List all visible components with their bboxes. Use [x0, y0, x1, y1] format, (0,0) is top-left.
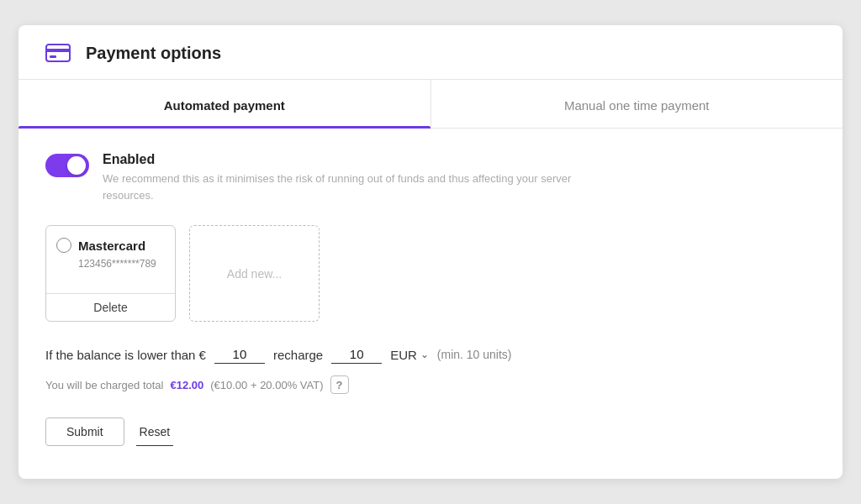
toggle-thumb [67, 156, 86, 175]
tab-manual[interactable]: Manual one time payment [431, 80, 843, 128]
enabled-toggle[interactable] [45, 154, 89, 177]
question-button[interactable]: ? [330, 375, 349, 394]
balance-threshold-input[interactable] [214, 345, 265, 364]
payment-cards-container: Mastercard 123456*******789 Delete Add n… [45, 225, 816, 322]
charge-amount: €12.00 [170, 379, 203, 391]
card-header: Payment options [18, 25, 843, 80]
add-new-label: Add new... [227, 267, 282, 281]
svg-rect-1 [46, 49, 70, 52]
svg-rect-0 [46, 45, 70, 61]
charge-suffix: (€10.00 + 20.00% VAT) [210, 379, 323, 391]
payment-options-card: Payment options Automated payment Manual… [18, 25, 843, 479]
recharge-label: recharge [273, 348, 323, 362]
mastercard-card[interactable]: Mastercard 123456*******789 Delete [45, 225, 176, 322]
toggle-description: We recommend this as it minimises the ri… [103, 171, 607, 203]
card-number: 123456*******789 [56, 258, 165, 270]
card-name-row: Mastercard [56, 238, 165, 253]
page-title: Payment options [86, 44, 221, 63]
balance-row: If the balance is lower than € recharge … [45, 345, 816, 364]
tabs-container: Automated payment Manual one time paymen… [18, 80, 843, 129]
charge-prefix: You will be charged total [45, 379, 163, 391]
toggle-label: Enabled We recommend this as it minimise… [103, 152, 607, 203]
card-radio[interactable] [56, 238, 71, 253]
toggle-track [45, 154, 89, 177]
add-card-button[interactable]: Add new... [189, 225, 320, 322]
payment-options-icon [42, 40, 74, 66]
tab-automated[interactable]: Automated payment [18, 80, 430, 128]
submit-button[interactable]: Submit [45, 417, 124, 446]
reset-button[interactable]: Reset [136, 417, 174, 446]
charge-info-row: You will be charged total €12.00 (€10.00… [45, 375, 816, 394]
action-buttons: Submit Reset [45, 417, 816, 446]
svg-rect-2 [50, 55, 56, 58]
balance-prefix: If the balance is lower than € [45, 348, 206, 362]
card-top: Mastercard 123456*******789 [46, 226, 175, 293]
toggle-label-text: Enabled [103, 152, 607, 167]
card-name: Mastercard [78, 239, 145, 253]
chevron-down-icon: ⌄ [420, 349, 429, 360]
toggle-row: Enabled We recommend this as it minimise… [45, 152, 816, 203]
min-units-label: (min. 10 units) [437, 348, 512, 361]
currency-label: EUR [390, 348, 417, 362]
delete-button[interactable]: Delete [46, 293, 175, 321]
currency-select[interactable]: EUR ⌄ [390, 348, 429, 362]
recharge-amount-input[interactable] [331, 345, 382, 364]
card-body: Enabled We recommend this as it minimise… [18, 129, 843, 470]
